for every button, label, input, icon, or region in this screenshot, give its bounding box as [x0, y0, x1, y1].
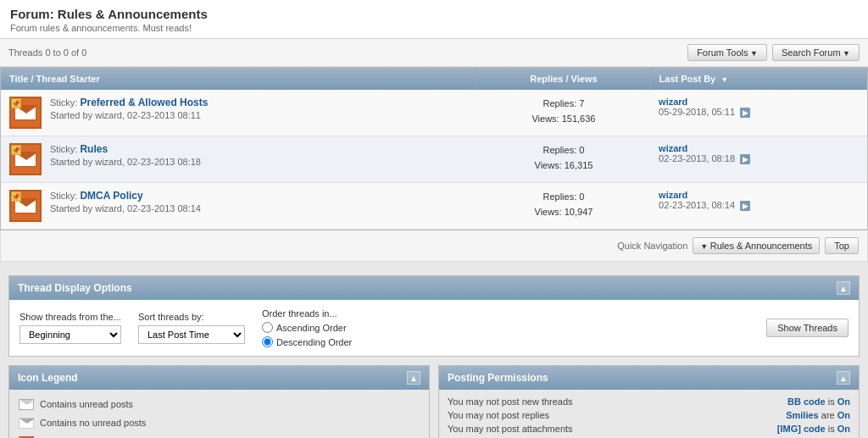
legend-item-hot-unread: Hot thread with unread posts — [18, 434, 420, 438]
perm-feature-label: [IMG] code — [777, 424, 826, 434]
thread-replies-views: Replies: 7 Views: 151,636 — [477, 90, 650, 136]
sort-by-select[interactable]: Last Post Time Thread Start Time Number … — [138, 325, 245, 344]
lastpost-time: 02-23-2013, 08:18 ▶ — [659, 153, 750, 164]
permission-value: [IMG] code is On — [777, 424, 850, 434]
lastpost-user-link[interactable]: wizard — [659, 143, 858, 153]
perm-feature-label: BB code — [787, 396, 826, 407]
thread-display-options-box: Thread Display Options ▲ Show threads fr… — [8, 275, 860, 357]
permission-value: Smilies are On — [786, 410, 850, 420]
lastpost-time: 02-23-2013, 08:14 ▶ — [659, 200, 750, 210]
go-to-post-icon[interactable]: ▶ — [740, 201, 750, 211]
perm-status: On — [837, 424, 850, 434]
thread-icon: 📌 — [9, 143, 42, 175]
perm-status: On — [837, 396, 850, 407]
envelope-gray-icon — [19, 399, 34, 410]
quick-nav-label: Quick Navigation — [617, 241, 687, 251]
views-count: Views: 151,636 — [486, 112, 642, 127]
thread-info: Sticky: Rules Started by wizard, 02-23-2… — [50, 143, 201, 167]
col-title-header: Title / Thread Starter — [1, 68, 477, 90]
threads-count: Threads 0 to 0 of 0 — [8, 47, 86, 58]
perm-word: is — [826, 424, 837, 434]
show-from-group: Show threads from the... Beginning Last … — [19, 312, 121, 344]
sticky-label: Sticky: — [50, 191, 80, 201]
perm-word: is — [826, 396, 837, 407]
go-to-post-icon[interactable]: ▶ — [740, 154, 750, 164]
thread-icon-wrapper: 📌 — [9, 143, 42, 175]
col-lastpost-header: Last Post By ▼ — [650, 68, 866, 90]
thread-title-link[interactable]: Preferred & Allowed Hosts — [80, 97, 208, 108]
thread-icon: 📌 — [9, 190, 42, 222]
collapse-icon-legend-icon[interactable]: ▲ — [407, 371, 420, 385]
permission-label: You may not post attachments — [448, 424, 573, 434]
thread-replies-views: Replies: 0 Views: 10,947 — [477, 183, 650, 230]
permission-row: You may not post repliesSmilies are On — [448, 410, 850, 420]
permission-label: You may not post new threads — [448, 396, 573, 407]
sticky-label: Sticky: — [50, 144, 80, 154]
forum-tools-button[interactable]: Forum Tools — [687, 44, 767, 61]
thread-lastpost: wizard 05-29-2018, 05:11 ▶ — [650, 90, 866, 136]
sort-by-label: Sort threads by: — [138, 312, 245, 322]
thread-table: Title / Thread Starter Replies / Views L… — [1, 68, 867, 230]
thread-title-line: Sticky: DMCA Policy — [50, 190, 201, 202]
thread-display-header: Thread Display Options ▲ — [9, 276, 859, 300]
legend-item-no-unread: Contains no unread posts — [18, 415, 420, 430]
sort-by-group: Sort threads by: Last Post Time Thread S… — [138, 312, 245, 344]
replies-count: Replies: 7 — [486, 97, 642, 112]
descending-radio[interactable] — [262, 336, 273, 347]
go-to-post-icon[interactable]: ▶ — [740, 108, 750, 118]
replies-count: Replies: 0 — [486, 143, 642, 158]
bottom-sections: Icon Legend ▲ Contains unread posts — [8, 365, 860, 438]
descending-option[interactable]: Descending Order — [262, 336, 352, 347]
show-threads-button[interactable]: Show Threads — [766, 319, 849, 337]
perm-word: are — [819, 410, 837, 420]
thread-starter: Started by wizard, 02-23-2013 08:14 — [50, 203, 201, 213]
show-from-select[interactable]: Beginning Last Day Last Week Last Month … — [19, 325, 121, 344]
lastpost-user-link[interactable]: wizard — [659, 97, 858, 107]
thread-info: Sticky: DMCA Policy Started by wizard, 0… — [50, 190, 201, 213]
top-button[interactable]: Top — [825, 237, 859, 254]
lastpost-user-link[interactable]: wizard — [659, 190, 858, 200]
quick-navigation: Quick Navigation Rules & Announcements T… — [0, 230, 868, 262]
permission-row: You may not post new threadsBB code is O… — [448, 396, 850, 407]
table-row: 📌 Sticky: DMCA Policy Started by wizard,… — [1, 183, 867, 230]
envelope-light-icon — [19, 418, 34, 429]
sticky-label: Sticky: — [50, 97, 80, 108]
thread-lastpost: wizard 02-23-2013, 08:14 ▶ — [650, 183, 866, 230]
perm-feature-label: Smilies — [786, 410, 819, 420]
sort-indicator: ▼ — [721, 75, 728, 84]
thread-starter: Started by wizard, 02-23-2013 08:11 — [50, 110, 208, 120]
thread-table-container: Title / Thread Starter Replies / Views L… — [0, 67, 868, 230]
forum-title: Forum: Rules & Announcements — [10, 7, 858, 21]
order-label: Order threads in... — [262, 308, 352, 319]
collapse-permissions-icon[interactable]: ▲ — [837, 371, 850, 385]
ascending-radio[interactable] — [262, 322, 273, 333]
icon-legend-list: Contains unread posts Contains no unread… — [9, 390, 429, 438]
table-row: 📌 Sticky: Rules Started by wizard, 02-23… — [1, 136, 867, 183]
thread-title-link[interactable]: Rules — [80, 143, 108, 155]
replies-count: Replies: 0 — [486, 190, 642, 205]
thread-title-cell: 📌 Sticky: DMCA Policy Started by wizard,… — [1, 183, 477, 230]
collapse-thread-display-icon[interactable]: ▲ — [837, 281, 850, 295]
thread-title-cell: 📌 Sticky: Rules Started by wizard, 02-23… — [1, 136, 477, 183]
legend-icon-hot-unread — [18, 434, 35, 438]
permission-row: You may not post attachments[IMG] code i… — [448, 424, 850, 434]
thread-info: Sticky: Preferred & Allowed Hosts Starte… — [50, 97, 208, 120]
lastpost-time: 05-29-2018, 05:11 ▶ — [659, 107, 750, 117]
posting-permissions-box: Posting Permissions ▲ You may not post n… — [438, 365, 860, 438]
quick-nav-dropdown[interactable]: Rules & Announcements — [693, 237, 820, 254]
search-forum-button[interactable]: Search Forum — [772, 44, 860, 61]
perm-status: On — [837, 410, 850, 420]
forum-description: Forum rules & announcements. Must reads! — [10, 23, 858, 33]
permission-label: You may not post replies — [448, 410, 549, 420]
thread-title-link[interactable]: DMCA Policy — [80, 190, 142, 202]
thread-starter: Started by wizard, 02-23-2013 08:18 — [50, 157, 201, 167]
ascending-label: Ascending Order — [276, 323, 347, 333]
thread-title-line: Sticky: Rules — [50, 143, 201, 155]
permission-value: BB code is On — [787, 396, 850, 407]
legend-item-unread: Contains unread posts — [18, 396, 420, 412]
ascending-option[interactable]: Ascending Order — [262, 322, 352, 333]
sticky-flag-icon: 📌 — [11, 191, 21, 202]
forum-tools-bar: Forum Tools Search Forum — [687, 44, 860, 61]
thread-title-line: Sticky: Preferred & Allowed Hosts — [50, 97, 208, 108]
show-from-label: Show threads from the... — [19, 312, 121, 322]
